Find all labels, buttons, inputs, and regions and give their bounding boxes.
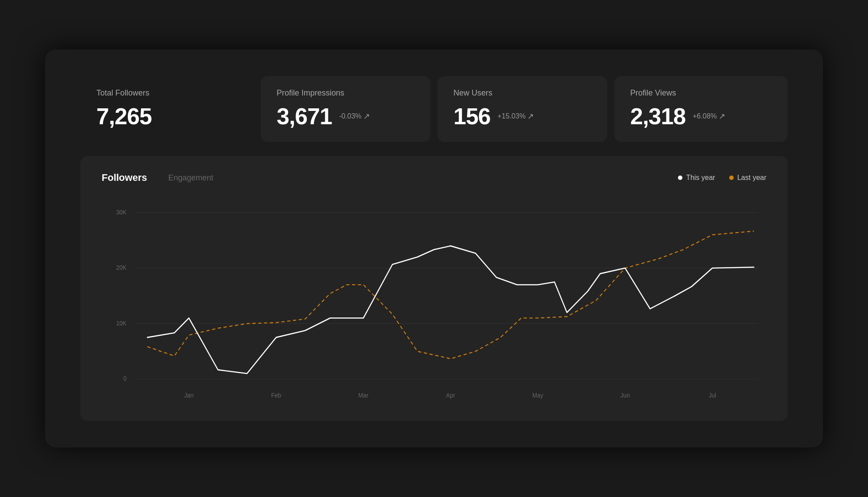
x-label-jul: Jul [708, 391, 716, 399]
stat-value-row-profile-impressions: 3,671 -0.03% ↗ [277, 103, 415, 130]
x-label-feb: Feb [271, 391, 281, 399]
trend-icon-new-users: ↗ [527, 111, 534, 121]
y-label-10k: 10K [116, 319, 127, 327]
chart-svg: 30K 20K 10K 0 Jan Feb Mar Apr May Jun Ju… [102, 194, 766, 407]
screen: Total Followers 7,265 Profile Impression… [45, 50, 823, 447]
trend-icon-profile-impressions: ↗ [363, 111, 370, 121]
stat-label-new-users: New Users [453, 88, 591, 98]
stat-change-new-users: +15.03% ↗ [498, 111, 534, 121]
stat-value-row-profile-views: 2,318 +6.08% ↗ [630, 103, 772, 130]
stat-label-total-followers: Total Followers [96, 88, 238, 98]
chart-legend: This year Last year [678, 174, 766, 182]
stat-change-text-new-users: +15.03% [498, 112, 526, 120]
chart-tab-engagement[interactable]: Engagement [168, 173, 213, 183]
stat-value-new-users: 156 [453, 103, 491, 130]
stat-change-text: -0.03% [339, 112, 362, 120]
x-label-apr: Apr [446, 391, 455, 399]
this-year-line [147, 246, 754, 374]
legend-dot-last-year [729, 176, 734, 180]
stat-change-profile-impressions: -0.03% ↗ [339, 111, 370, 121]
x-label-jun: Jun [621, 391, 630, 399]
chart-body: 30K 20K 10K 0 Jan Feb Mar Apr May Jun Ju… [102, 194, 766, 407]
stat-label-profile-views: Profile Views [630, 88, 772, 98]
stat-card-profile-impressions: Profile Impressions 3,671 -0.03% ↗ [261, 76, 430, 142]
stat-change-text-profile-views: +6.08% [693, 112, 717, 120]
y-label-30k: 30K [116, 208, 127, 216]
stat-value-row-new-users: 156 +15.03% ↗ [453, 103, 591, 130]
chart-title: Followers [102, 172, 147, 184]
x-label-may: May [533, 391, 544, 399]
legend-item-this-year: This year [678, 174, 715, 182]
trend-icon-profile-views: ↗ [719, 111, 725, 121]
legend-item-last-year: Last year [729, 174, 766, 182]
y-label-0: 0 [123, 375, 127, 382]
y-label-20k: 20K [116, 264, 127, 271]
stat-change-profile-views: +6.08% ↗ [693, 111, 725, 121]
chart-header: Followers Engagement This year Last year [102, 172, 766, 184]
stat-label-profile-impressions: Profile Impressions [277, 88, 415, 98]
stat-value-row-total-followers: 7,265 [96, 103, 238, 130]
legend-label-last-year: Last year [737, 174, 766, 182]
stat-card-profile-views: Profile Views 2,318 +6.08% ↗ [614, 76, 788, 142]
x-label-mar: Mar [358, 391, 369, 399]
stat-card-new-users: New Users 156 +15.03% ↗ [438, 76, 607, 142]
stat-card-total-followers: Total Followers 7,265 [80, 76, 254, 142]
stat-value-profile-views: 2,318 [630, 103, 685, 130]
stat-value-total-followers: 7,265 [96, 103, 152, 130]
legend-dot-this-year [678, 176, 682, 180]
legend-label-this-year: This year [686, 174, 715, 182]
last-year-line [147, 231, 754, 359]
stats-row: Total Followers 7,265 Profile Impression… [80, 76, 788, 142]
chart-card: Followers Engagement This year Last year [80, 156, 788, 421]
x-label-jan: Jan [184, 391, 194, 399]
stat-value-profile-impressions: 3,671 [277, 103, 332, 130]
